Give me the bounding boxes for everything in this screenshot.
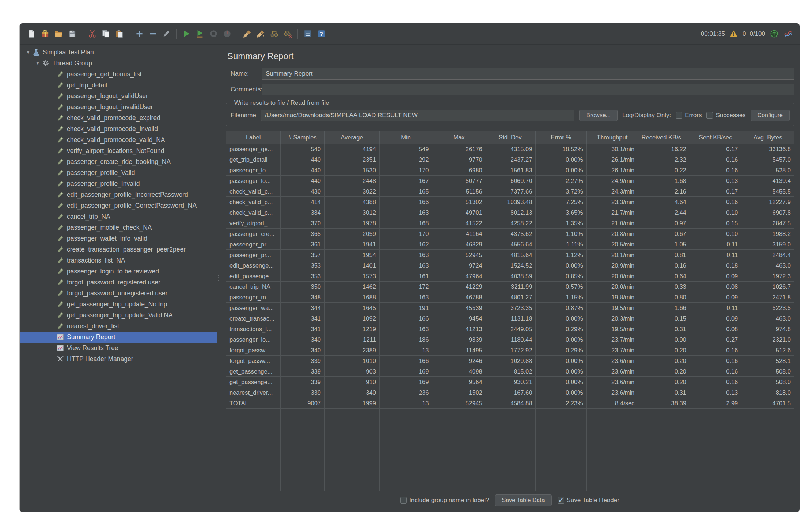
warning-icon[interactable] (729, 29, 739, 39)
table-row[interactable]: passenger_wa...3441645191455393723.350.8… (226, 303, 794, 313)
toggle-icon[interactable] (161, 29, 171, 39)
tree-item-sampler[interactable]: check_valid_promocode_Invalid (20, 123, 217, 134)
tree-item-sampler[interactable]: passenger_logout_validUser (20, 91, 217, 102)
paste-icon[interactable] (114, 29, 124, 39)
table-row[interactable]: edit_passenge...3531573161479644038.590.… (226, 271, 794, 282)
column-header[interactable]: Label (226, 131, 281, 144)
table-row[interactable]: cancel_trip_NA3501462172412293211.990.57… (226, 282, 794, 292)
table-row[interactable]: passenger_lo...440153017069801561.830.00… (226, 165, 794, 176)
tree-item-sampler[interactable]: passenger_wallet_info_valid (20, 233, 217, 244)
table-row[interactable]: passenger_pr...3611941162468294556.641.1… (226, 239, 794, 250)
table-row[interactable]: forgot_passw...340238913114951772.920.29… (226, 345, 794, 356)
configure-button[interactable]: Configure (751, 110, 790, 121)
tree-item-sampler[interactable]: edit_passenger_profile_CorrectPassword_N… (20, 200, 217, 211)
column-header[interactable]: Throughput (586, 131, 638, 144)
function-helper-icon[interactable] (303, 29, 313, 39)
column-header[interactable]: Avg. Bytes (741, 131, 794, 144)
table-row[interactable]: create_transac...341109216694541131.180.… (226, 313, 794, 324)
column-header[interactable]: Sent KB/sec (690, 131, 741, 144)
filename-input[interactable] (261, 110, 574, 121)
search-icon[interactable] (269, 29, 279, 39)
chevron-down-icon[interactable]: ▼ (34, 61, 42, 66)
stop-icon[interactable] (208, 29, 219, 39)
chevron-down-icon[interactable]: ▼ (24, 50, 32, 55)
column-header[interactable]: # Samples (281, 131, 325, 144)
copy-icon[interactable] (100, 29, 111, 39)
table-row[interactable]: transactions_l...3411219163412132449.050… (226, 324, 794, 334)
table-row[interactable]: passenger_cre...3652059170411644375.621.… (226, 229, 794, 239)
shutdown-icon[interactable] (222, 29, 232, 39)
clear-icon[interactable] (242, 29, 252, 39)
remote-globe-icon[interactable] (769, 29, 779, 39)
table-row[interactable]: check_valid_p...41443881665130210393.487… (226, 197, 794, 207)
open-file-icon[interactable] (53, 29, 64, 39)
tree-item-sampler[interactable]: get_passenger_trip_update_No trip (20, 299, 217, 310)
tree-item-test-plan[interactable]: ▼ Simplaa Test Plan (20, 47, 217, 58)
table-row[interactable]: passenger_m...3481688163467884801.271.15… (226, 292, 794, 303)
table-row[interactable]: verify_airport_...3701978168415224258.22… (226, 218, 794, 229)
save-table-data-button[interactable]: Save Table Data (495, 494, 551, 506)
tree-item-sampler[interactable]: forgot_password_unregistered user (20, 288, 217, 299)
tree-item-view-results-tree[interactable]: View Results Tree (20, 343, 217, 353)
help-icon[interactable]: ? (316, 29, 326, 39)
table-row[interactable]: passenger_pr...3571954163529454815.641.1… (226, 250, 794, 260)
expand-plus-icon[interactable] (134, 29, 144, 39)
include-group-checkbox[interactable] (400, 497, 407, 504)
tree-item-sampler[interactable]: passenger_profile_Valid (20, 167, 217, 178)
column-header[interactable]: Average (325, 131, 380, 144)
tree-item-sampler[interactable]: get_passenger_trip_update_Valid NA (20, 310, 217, 321)
start-no-pauses-icon[interactable] (195, 29, 205, 39)
save-header-checkbox[interactable] (558, 497, 564, 504)
table-row[interactable]: check_valid_p...4303022165511567377.663.… (226, 186, 794, 197)
tree-item-thread-group[interactable]: ▼ Thread Group (20, 58, 217, 69)
browse-button[interactable]: Browse... (579, 110, 618, 121)
table-row[interactable]: get_passenge...3399101699564930.210.00%2… (226, 377, 794, 387)
column-header[interactable]: Max (432, 131, 486, 144)
table-row[interactable]: passenger_ge...5404194549261764315.0918.… (226, 144, 794, 154)
save-icon[interactable] (67, 29, 77, 39)
reset-search-icon[interactable] (282, 29, 293, 39)
successes-checkbox[interactable] (706, 112, 713, 119)
table-row[interactable]: nearest_driver...3393402361502167.600.00… (226, 387, 794, 398)
tree-item-http-header-manager[interactable]: HTTP Header Manager (20, 353, 217, 364)
column-header[interactable]: Min (379, 131, 432, 144)
tree-item-sampler[interactable]: cancel_trip_NA (20, 211, 217, 222)
tree-item-sampler[interactable]: forgot_password_registered user (20, 277, 217, 288)
tree-item-sampler[interactable]: create_transaction_passanger_peer2peer (20, 244, 217, 255)
tree-item-sampler[interactable]: passenger_profile_Invalid (20, 178, 217, 189)
tree-item-sampler[interactable]: passenger_mobile_check_NA (20, 222, 217, 233)
cut-icon[interactable] (87, 29, 97, 39)
panel-splitter[interactable] (217, 45, 221, 512)
table-row[interactable]: passenger_lo...4402448167507776069.702.2… (226, 176, 794, 186)
tree-item-sampler[interactable]: edit_passenger_profile_IncorrectPassword (20, 189, 217, 200)
tree-item-sampler[interactable]: get_trip_detail (20, 80, 217, 91)
table-row[interactable]: edit_passenge...353140116397241524.520.0… (226, 260, 794, 271)
table-row[interactable]: forgot_passw...339101016692461029.880.00… (226, 356, 794, 366)
tree-item-sampler[interactable]: passenger_logout_invalidUser (20, 102, 217, 112)
column-header[interactable]: Received KB/s... (638, 131, 690, 144)
tree-item-sampler[interactable]: passenger_create_ride_booking_NA (20, 156, 217, 167)
clear-all-icon[interactable] (255, 29, 266, 39)
table-row[interactable]: get_passenge...3399031694098815.020.00%2… (226, 366, 794, 377)
new-file-icon[interactable] (26, 29, 37, 39)
comments-input[interactable] (262, 84, 794, 95)
tree-item-sampler[interactable]: transactions_list_NA (20, 255, 217, 266)
tree-item-sampler[interactable]: check_valid_promocode_valid_NA (20, 134, 217, 145)
table-row[interactable]: TOTAL9007199913529454584.882.23%8.4/sec3… (226, 398, 794, 409)
table-row[interactable]: passenger_lo...340121118698391180.440.00… (226, 334, 794, 345)
tree-item-sampler[interactable]: verify_airport_locations_NotFound (20, 145, 217, 156)
templates-icon[interactable] (40, 29, 50, 39)
tree-item-sampler[interactable]: passenger_get_bonus_list (20, 69, 217, 80)
errors-checkbox[interactable] (676, 112, 682, 119)
health-graph-icon[interactable] (783, 29, 793, 39)
column-header[interactable]: Error % (536, 131, 586, 144)
collapse-minus-icon[interactable] (148, 29, 158, 39)
tree-item-sampler[interactable]: passenger_login_to be reviewed (20, 266, 217, 277)
tree-item-summary-report[interactable]: Summary Report (20, 332, 217, 343)
start-icon[interactable] (181, 29, 191, 39)
table-row[interactable]: check_valid_p...3843012163497018012.133.… (226, 207, 794, 218)
column-header[interactable]: Std. Dev. (486, 131, 536, 144)
table-row[interactable]: get_trip_detail440235129297702437.270.00… (226, 154, 794, 165)
name-input[interactable] (262, 68, 794, 80)
tree-item-sampler[interactable]: nearest_driver_list (20, 321, 217, 332)
